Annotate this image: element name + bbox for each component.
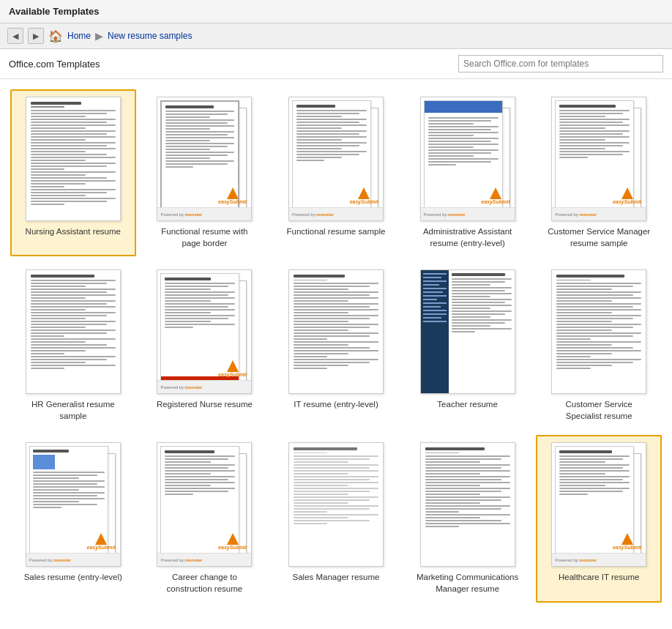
template-marketing-communications[interactable]: Marketing Communications Manager resume (405, 435, 531, 602)
template-customer-service-specialist[interactable]: Customer Service Specialist resume (536, 262, 662, 429)
template-label-customer-service-specialist: Customer Service Specialist resume (548, 398, 650, 422)
template-admin-assistant[interactable]: easySubmit Powered by: monster Administr… (405, 89, 531, 256)
template-thumb-customer-service-specialist (551, 269, 646, 394)
template-label-registered-nurse: Registered Nurse resume (157, 398, 253, 410)
template-thumb-nursing-assistant (26, 97, 121, 221)
template-label-it-entry: IT resume (entry-level) (294, 398, 378, 410)
header-title-text: Available Templates (9, 6, 100, 17)
template-label-hr-generalist: HR Generalist resume sample (22, 398, 124, 422)
breadcrumb-separator: ▶ (95, 30, 103, 42)
forward-button[interactable]: ▶ (28, 28, 44, 44)
template-healthcare-it[interactable]: easySubmit Powered by: monster Healthcar… (536, 435, 662, 602)
toolbar: Office.com Templates (0, 49, 672, 79)
template-nursing-assistant[interactable]: Nursing Assistant resume (10, 89, 136, 256)
template-sales-entry[interactable]: easySubmit Powered by: monster Sales res… (10, 435, 136, 602)
template-label-sales-entry: Sales resume (entry-level) (24, 571, 122, 583)
template-thumb-customer-service-manager: easySubmit Powered by: monster (551, 97, 646, 221)
template-thumb-teacher (420, 269, 515, 394)
section-label: Office.com Templates (9, 59, 100, 70)
template-functional-sample[interactable]: easySubmit Powered by: monster Functiona… (273, 89, 399, 256)
templates-grid: Nursing Assistant resume (0, 79, 672, 613)
breadcrumb-current: New resume samples (108, 31, 192, 41)
template-registered-nurse[interactable]: easySubmit Powered by: monster Registere… (142, 262, 268, 429)
template-label-functional-sample: Functional resume sample (287, 226, 386, 237)
template-it-entry[interactable]: IT resume (entry-level) (273, 262, 399, 429)
template-thumb-sales-entry: easySubmit Powered by: monster (26, 442, 121, 567)
template-thumb-admin-assistant: easySubmit Powered by: monster (420, 97, 515, 221)
template-label-customer-service-manager: Customer Service Manager resume sample (548, 226, 650, 249)
template-thumb-it-entry (288, 269, 384, 394)
template-hr-generalist[interactable]: HR Generalist resume sample (10, 262, 136, 429)
template-label-functional-page-border: Functional resume with page border (153, 226, 255, 249)
template-sales-manager[interactable]: Sales Manager resume (273, 435, 399, 602)
navigation-bar: ◀ ▶ 🏠 Home ▶ New resume samples (0, 23, 672, 49)
template-label-career-change-construction: Career change to construction resume (153, 571, 255, 595)
template-label-teacher: Teacher resume (437, 398, 497, 410)
template-label-marketing-communications: Marketing Communications Manager resume (417, 571, 519, 595)
template-functional-page-border[interactable]: easySubmit Powered by: monster Functiona… (142, 89, 268, 256)
template-thumb-healthcare-it: easySubmit Powered by: monster (551, 442, 646, 567)
template-customer-service-manager[interactable]: easySubmit Powered by: monster Customer … (536, 89, 662, 256)
template-label-nursing-assistant: Nursing Assistant resume (26, 226, 121, 237)
template-label-admin-assistant: Administrative Assistant resume (entry-l… (417, 226, 519, 249)
template-thumb-functional-sample: easySubmit Powered by: monster (288, 97, 384, 221)
template-thumb-hr-generalist (26, 269, 121, 394)
template-thumb-functional-page-border: easySubmit Powered by: monster (157, 97, 252, 221)
template-career-change-construction[interactable]: easySubmit Powered by: monster Career ch… (142, 435, 268, 602)
back-button[interactable]: ◀ (7, 28, 23, 44)
page-title: Available Templates (0, 0, 672, 23)
template-thumb-sales-manager (288, 442, 384, 567)
breadcrumb-home[interactable]: Home (67, 31, 91, 41)
template-thumb-career-change-construction: easySubmit Powered by: monster (157, 442, 252, 567)
home-icon[interactable]: 🏠 (48, 29, 63, 43)
template-teacher[interactable]: Teacher resume (405, 262, 531, 429)
template-thumb-marketing-communications (420, 442, 515, 567)
search-input[interactable] (458, 55, 663, 72)
template-label-healthcare-it: Healthcare IT resume (559, 571, 639, 583)
template-label-sales-manager: Sales Manager resume (293, 571, 380, 583)
template-thumb-registered-nurse: easySubmit Powered by: monster (157, 269, 252, 394)
